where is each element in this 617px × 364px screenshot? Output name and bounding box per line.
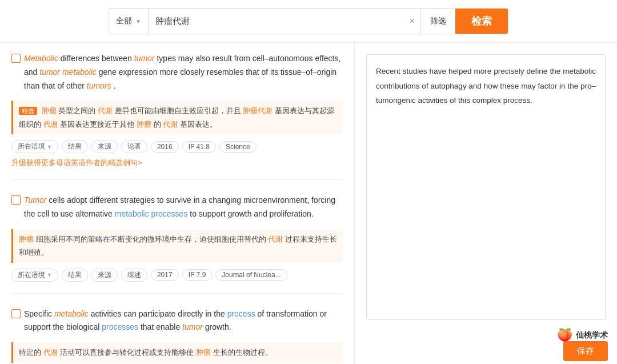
jingxuan-tag: 精选 [19, 107, 37, 115]
kw-process: process [227, 309, 255, 318]
tags-row-2: 所在语境 ▼ 结果 来源 综述 2017 IF 7.9 Journal of N… [11, 269, 343, 282]
search-type-select[interactable]: 全部 ▼ [109, 9, 149, 34]
tag-source[interactable]: 来源 [91, 140, 118, 153]
kw-processes: processes [102, 322, 138, 331]
t2-hl1: 肿瘤 [19, 235, 34, 243]
tag-result[interactable]: 结果 [62, 140, 88, 153]
tag-type-2[interactable]: 综述 [121, 269, 147, 282]
result-title: Metabolic differences between tumor type… [24, 52, 343, 93]
translation-box: 精选 肿瘤 类型之间的 代谢 差异也可能由细胞自主效应引起，并且 肿瘤代谢 基因… [11, 101, 343, 134]
tag-journal[interactable]: Science [219, 141, 257, 153]
result-item-2: Tumor cells adopt different strategies t… [11, 194, 343, 293]
t2-hl2: 代谢 [268, 235, 283, 243]
tag-if[interactable]: IF 41.8 [182, 141, 216, 153]
search-button[interactable]: 检索 [455, 9, 508, 34]
result-header: Metabolic differences between tumor type… [11, 52, 343, 96]
search-container: 全部 ▼ × 筛选 检索 [109, 8, 508, 34]
keyword-tumors: tumors [87, 81, 111, 90]
translation-box-2: 肿瘤 细胞采用不同的策略在不断变化的微环境中生存，迫使细胞使用替代的 代谢 过程… [11, 229, 343, 263]
tag-year-2[interactable]: 2017 [151, 269, 179, 281]
tag-if-2[interactable]: IF 7.9 [182, 269, 213, 281]
result-header-3: Specific metabolic activities can partic… [11, 307, 343, 338]
results-panel: Metabolic differences between tumor type… [0, 43, 354, 364]
keyword-metabolic2: metabolic [62, 67, 97, 77]
tag-journal-2[interactable]: Journal of Nuclea... [215, 269, 287, 281]
trans-hl1: 肿瘤 [42, 106, 57, 115]
kw-metabolic3: metabolic [54, 309, 89, 318]
trans-hl6: 代谢 [163, 120, 178, 129]
side-panel-text: Recent studies have helped more precisel… [376, 64, 596, 108]
search-type-label: 全部 [116, 16, 132, 26]
result-icon-2 [11, 195, 21, 205]
save-button[interactable]: 保存 [563, 341, 608, 361]
tag-result-2[interactable]: 结果 [62, 269, 88, 282]
tag-source-2[interactable]: 来源 [91, 269, 118, 282]
keyword-metabolic: Metabolic [24, 54, 58, 63]
kw-metabolic-processes: metabolic processes [115, 209, 188, 218]
trans-hl4: 代谢 [43, 120, 58, 129]
top-bar: 全部 ▼ × 筛选 检索 [0, 0, 617, 43]
tag-year[interactable]: 2016 [151, 141, 179, 153]
tag-context-2[interactable]: 所在语境 ▼ [11, 269, 58, 282]
upgrade-link[interactable]: 升级获得更多母语英语作者的精选例句> [11, 158, 142, 168]
side-panel: Recent studies have helped more precisel… [354, 43, 617, 364]
trans-hl5: 肿瘤 [137, 120, 151, 129]
result-icon [11, 54, 21, 63]
chevron-down-icon: ▼ [135, 18, 141, 25]
tag-type[interactable]: 论著 [121, 140, 147, 153]
trans-hl3: 肿瘤代谢 [243, 106, 273, 115]
brand-name: 仙桃学术 [576, 330, 608, 341]
side-panel-border: Recent studies have helped more precisel… [366, 54, 606, 320]
keyword-tumor: tumor [134, 54, 155, 63]
result-item: Metabolic differences between tumor type… [11, 52, 343, 180]
search-input[interactable] [149, 9, 404, 34]
keyword-tumor2: tumor [39, 67, 60, 77]
result-header-2: Tumor cells adopt different strategies t… [11, 194, 343, 225]
trans-hl2: 代谢 [98, 106, 113, 115]
main-content: Metabolic differences between tumor type… [0, 43, 617, 364]
tag-context[interactable]: 所在语境 ▼ [11, 140, 58, 153]
kw-tumor3: tumor [182, 322, 203, 331]
translation-box-3: 特定的 代谢 活动可以直接参与转化过程或支持能够使 肿瘤 生长的生物过程。 [11, 342, 343, 362]
tags-row-1: 所在语境 ▼ 结果 来源 论著 2016 IF 41.8 Science [11, 140, 343, 153]
kw-tumor: Tumor [24, 195, 46, 205]
result-item-3: Specific metabolic activities can partic… [11, 307, 343, 364]
t3-hl1: 代谢 [43, 348, 58, 357]
t3-hl2: 肿瘤 [196, 348, 211, 357]
clear-icon[interactable]: × [404, 16, 420, 26]
result-title-2: Tumor cells adopt different strategies t… [24, 194, 343, 221]
result-title-3: Specific metabolic activities can partic… [24, 307, 343, 335]
filter-button[interactable]: 筛选 [420, 9, 455, 34]
result-icon-3 [11, 309, 21, 318]
